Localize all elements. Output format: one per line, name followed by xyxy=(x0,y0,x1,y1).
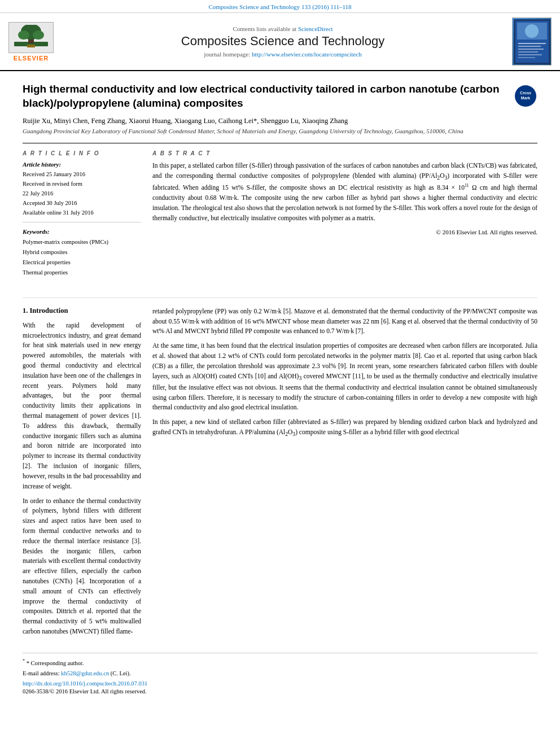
section-title: Introduction xyxy=(30,307,68,314)
section-1-heading: 1. Introduction xyxy=(23,307,141,315)
svg-text:Cross: Cross xyxy=(520,91,531,95)
journal-url[interactable]: http://www.elsevier.com/locate/compscite… xyxy=(252,51,362,58)
history-accepted: Accepted 30 July 2016 xyxy=(23,199,141,208)
svg-point-9 xyxy=(525,24,539,38)
svg-rect-10 xyxy=(518,43,546,44)
science-direct-label: Contents lists available at ScienceDirec… xyxy=(56,25,509,32)
article-info-title: A R T I C L E I N F O xyxy=(23,150,141,156)
svg-rect-13 xyxy=(518,51,538,53)
elsevier-text: ELSEVIER xyxy=(14,55,49,62)
paper-title-section: High thermal conductivity and low electr… xyxy=(23,82,537,110)
article-history: Article history: Received 25 January 201… xyxy=(23,161,141,222)
section-number: 1. xyxy=(23,307,30,314)
main-content: High thermal conductivity and low electr… xyxy=(0,71,560,706)
keyword-3: Electrical properties xyxy=(23,257,141,268)
svg-rect-5 xyxy=(27,45,35,47)
crossmark-badge: Cross Mark xyxy=(515,85,536,107)
elsevier-tree-icon xyxy=(11,25,51,50)
authors: Ruijie Xu, Minyi Chen, Feng Zhang, Xiaor… xyxy=(23,117,537,125)
article-info-column: A R T I C L E I N F O Article history: R… xyxy=(23,150,141,283)
journal-center: Contents lists available at ScienceDirec… xyxy=(56,25,509,58)
doi-link[interactable]: http://dx.doi.org/10.1016/j.compscitech.… xyxy=(23,680,537,687)
svg-point-3 xyxy=(18,30,29,40)
science-direct-link[interactable]: ScienceDirect xyxy=(298,25,333,32)
copyright-notice: © 2016 Elsevier Ltd. All rights reserved… xyxy=(152,229,537,235)
elsevier-logo-area: ELSEVIER xyxy=(6,22,56,62)
issn-text: 0266-3538/© 2016 Elsevier Ltd. All right… xyxy=(23,688,537,694)
journal-header: ELSEVIER Contents lists available at Sci… xyxy=(0,13,560,71)
elsevier-logo-image xyxy=(8,22,54,53)
abstract-title: A B S T R A C T xyxy=(152,150,537,156)
keyword-4: Thermal properties xyxy=(23,268,141,278)
history-online: Available online 31 July 2016 xyxy=(23,208,141,218)
svg-point-4 xyxy=(33,30,44,40)
email-note: E-mail address: kh528@gdut.edu.cn (C. Le… xyxy=(23,670,537,678)
svg-rect-14 xyxy=(518,54,542,55)
journal-thumbnail xyxy=(509,18,554,65)
introduction-section: 1. Introduction With the rapid developme… xyxy=(23,298,537,641)
keywords-section: Keywords: Polymer-matrix composites (PMC… xyxy=(23,228,141,277)
intro-right-para-3: In this paper, a new kind of stellated c… xyxy=(152,417,537,439)
history-received: Received 25 January 2016 xyxy=(23,170,141,180)
corresponding-author-note: * * Corresponding author. xyxy=(23,658,537,667)
intro-left-para-2: In order to enhance the thermal conducti… xyxy=(23,496,141,637)
keyword-2: Hybrid composites xyxy=(23,247,141,257)
footer-section: * * Corresponding author. E-mail address… xyxy=(23,653,537,694)
intro-right-content: retarded polypropylene (PP) was only 0.2… xyxy=(152,307,537,641)
svg-rect-15 xyxy=(518,57,535,58)
journal-reference: Composites Science and Technology 133 (2… xyxy=(0,0,560,13)
paper-title: High thermal conductivity and low electr… xyxy=(23,82,509,110)
affiliation: Guangdong Provincial Key Laboratory of F… xyxy=(23,128,537,134)
svg-rect-12 xyxy=(518,49,544,50)
abstract-column: A B S T R A C T In this paper, a stellat… xyxy=(152,150,537,283)
crossmark-area: Cross Mark xyxy=(515,85,537,107)
journal-homepage: journal homepage: http://www.elsevier.co… xyxy=(56,51,509,58)
authors-text: Ruijie Xu, Minyi Chen, Feng Zhang, Xiaor… xyxy=(23,117,348,125)
history-label: Article history: xyxy=(23,161,141,168)
intro-right-para-2: At the same time, it has been found that… xyxy=(152,341,537,413)
intro-right-para-1: retarded polypropylene (PP) was only 0.2… xyxy=(152,307,537,337)
article-body: A R T I C L E I N F O Article history: R… xyxy=(23,143,537,283)
keywords-label: Keywords: xyxy=(23,228,141,235)
history-revised-date: 22 July 2016 xyxy=(23,189,141,199)
svg-text:Mark: Mark xyxy=(521,96,530,100)
abstract-text: In this paper, a stellated carbon filler… xyxy=(152,161,537,223)
keyword-1: Polymer-matrix composites (PMCs) xyxy=(23,237,141,247)
journal-cover-svg xyxy=(514,19,550,64)
svg-rect-11 xyxy=(518,46,541,47)
journal-title: Composites Science and Technology xyxy=(56,34,509,49)
history-revised-label: Received in revised form xyxy=(23,180,141,189)
intro-left-spacer: 1. Introduction With the rapid developme… xyxy=(23,307,141,641)
crossmark-icon: Cross Mark xyxy=(517,88,534,104)
journal-cover-image xyxy=(512,18,552,65)
author-email[interactable]: kh528@gdut.edu.cn xyxy=(61,670,109,676)
intro-left-para-1: With the rapid development of microelect… xyxy=(23,321,141,492)
journal-ref-text: Composites Science and Technology 133 (2… xyxy=(208,3,351,10)
